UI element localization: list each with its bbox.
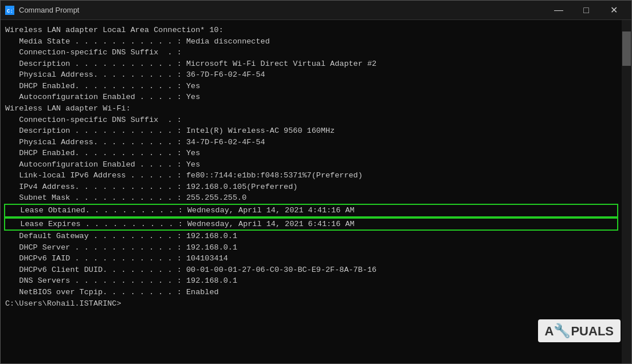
terminal-prompt: C:\Users\Rohail.ISTARINC> — [5, 298, 617, 310]
window-title: Command Prompt — [19, 6, 79, 14]
window-controls: — □ ✕ — [545, 1, 627, 20]
terminal-line: NetBIOS over Tcpip. . . . . . . . : Enab… — [5, 287, 617, 298]
highlighted-line: Lease Obtained. . . . . . . . . . : Wedn… — [4, 204, 618, 217]
scrollbar-thumb[interactable] — [622, 31, 631, 66]
close-button[interactable]: ✕ — [600, 1, 627, 20]
terminal-line: Connection-specific DNS Suffix . : — [5, 47, 617, 58]
terminal-line: Description . . . . . . . . . . . : Micr… — [5, 58, 617, 70]
terminal-line: DHCPv6 IAID . . . . . . . . . . . : 1041… — [5, 253, 617, 264]
terminal-line: IPv4 Address. . . . . . . . . . . : 192.… — [5, 181, 617, 193]
title-bar: C:\ Command Prompt — □ ✕ — [1, 1, 631, 20]
terminal-line: Description . . . . . . . . . . . : Inte… — [5, 125, 617, 137]
terminal-line: Physical Address. . . . . . . . . : 34-7… — [5, 137, 617, 148]
minimize-button[interactable]: — — [545, 1, 572, 20]
terminal-line: DHCPv6 Client DUID. . . . . . . . : 00-0… — [5, 264, 617, 276]
terminal-line: Physical Address. . . . . . . . . : 36-7… — [5, 69, 617, 81]
window-body: Wireless LAN adapter Local Area Connecti… — [1, 20, 631, 363]
terminal-line: Autoconfiguration Enabled . . . . : Yes — [5, 159, 617, 171]
maximize-button[interactable]: □ — [573, 1, 599, 20]
terminal-line: DHCP Enabled. . . . . . . . . . . : Yes — [5, 148, 617, 159]
terminal-line: DHCP Server . . . . . . . . . . . : 192.… — [5, 242, 617, 254]
svg-text:C:\: C:\ — [7, 9, 14, 14]
command-prompt-window: C:\ Command Prompt — □ ✕ Wireless LAN ad… — [0, 0, 632, 364]
terminal-line: Subnet Mask . . . . . . . . . . . : 255.… — [5, 192, 617, 204]
highlighted-line: Lease Expires . . . . . . . . . . : Wedn… — [4, 217, 618, 231]
terminal-line: DNS Servers . . . . . . . . . . . : 192.… — [5, 275, 617, 287]
title-bar-left: C:\ Command Prompt — [5, 6, 79, 15]
terminal-line: Link-local IPv6 Address . . . . . : fe80… — [5, 170, 617, 181]
watermark-text: A🔧PUALS — [545, 323, 614, 339]
cmd-icon: C:\ — [5, 6, 14, 15]
scrollbar[interactable] — [622, 20, 631, 363]
terminal-line: Autoconfiguration Enabled . . . . : Yes — [5, 92, 617, 103]
watermark: A🔧PUALS — [538, 319, 621, 342]
terminal-line: Wireless LAN adapter Wi-Fi: — [5, 103, 617, 114]
terminal-line: DHCP Enabled. . . . . . . . . . . : Yes — [5, 81, 617, 92]
terminal-line: Default Gateway . . . . . . . . . : 192.… — [5, 231, 617, 242]
terminal-line: Connection-specific DNS Suffix . : — [5, 114, 617, 126]
terminal-line: Media State . . . . . . . . . . . : Medi… — [5, 36, 617, 48]
terminal-output[interactable]: Wireless LAN adapter Local Area Connecti… — [1, 20, 622, 363]
terminal-line: Wireless LAN adapter Local Area Connecti… — [5, 25, 617, 36]
